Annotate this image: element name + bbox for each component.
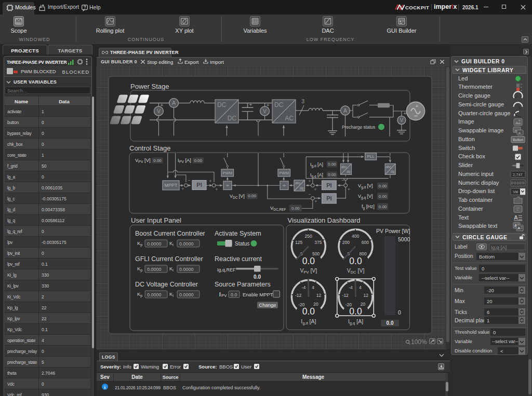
svg-text:0.0: 0.0 <box>231 292 237 297</box>
svg-text:V: V <box>400 117 403 123</box>
svg-text:DC Voltage Controller: DC Voltage Controller <box>135 281 198 288</box>
svg-text:0.0: 0.0 <box>302 306 315 317</box>
svg-text:0: 0 <box>398 309 401 316</box>
svg-text:Boost Current Controller: Boost Current Controller <box>135 230 205 237</box>
svg-text:0.0: 0.0 <box>349 306 362 317</box>
svg-text:dq: dq <box>300 186 304 190</box>
svg-text:5000: 5000 <box>398 236 410 242</box>
svg-text:PV: PV <box>221 293 227 298</box>
svg-text:-4: -4 <box>302 285 306 290</box>
svg-text:AC: AC <box>285 115 294 122</box>
svg-text:GFLI Current Controller: GFLI Current Controller <box>135 255 203 263</box>
svg-text:0.0: 0.0 <box>387 320 394 326</box>
svg-text:12: 12 <box>316 293 322 298</box>
svg-text:+: + <box>161 102 164 108</box>
svg-text:MPPT: MPPT <box>164 183 178 188</box>
svg-text:Status: Status <box>235 241 249 247</box>
svg-text:−: − <box>308 192 311 197</box>
svg-text:0.00: 0.00 <box>153 158 162 163</box>
svg-text:400: 400 <box>352 234 359 239</box>
svg-text:PI: PI <box>326 182 331 188</box>
svg-text:0.0: 0.0 <box>302 256 315 266</box>
svg-text:0.0000: 0.0000 <box>179 267 194 272</box>
svg-text:+: + <box>267 102 270 108</box>
svg-text:−: − <box>188 177 190 183</box>
svg-text:Enable MPPT: Enable MPPT <box>243 292 273 297</box>
svg-text:PWM: PWM <box>280 171 289 175</box>
svg-text:+: + <box>209 179 211 184</box>
svg-text:Val: Val <box>513 189 518 194</box>
svg-text:600: 600 <box>362 240 369 245</box>
svg-text:Precharge status: Precharge status <box>342 125 375 130</box>
svg-text:DC: DC <box>217 101 227 108</box>
svg-text:375: 375 <box>314 240 322 245</box>
svg-text:abc: abc <box>295 181 301 185</box>
svg-text:0.0: 0.0 <box>349 256 362 266</box>
svg-text:0.0000: 0.0000 <box>147 292 162 297</box>
svg-text:Button: Button <box>513 138 523 142</box>
svg-text:Visualization Dashboard: Visualization Dashboard <box>288 216 361 224</box>
svg-text:+: + <box>348 187 350 192</box>
svg-text:Source Parameters: Source Parameters <box>215 281 271 288</box>
svg-text:125: 125 <box>295 240 302 245</box>
svg-text:I: I <box>219 292 221 297</box>
svg-text:÷: ÷ <box>226 182 229 188</box>
svg-text:Reactive current: Reactive current <box>215 255 262 263</box>
svg-text:A: A <box>514 214 518 221</box>
svg-text:00000: 00000 <box>511 181 525 185</box>
svg-text:0.0000: 0.0000 <box>147 267 162 272</box>
svg-text:Ig,q,REF: Ig,q,REF <box>217 267 236 272</box>
svg-text:Control Stage: Control Stage <box>129 144 171 152</box>
svg-text:0.0: 0.0 <box>254 274 261 280</box>
svg-text:0.00: 0.00 <box>291 206 300 211</box>
svg-text:User Input Panel: User Input Panel <box>131 216 181 224</box>
svg-text:12: 12 <box>363 293 368 298</box>
svg-text:0.00: 0.00 <box>194 158 202 163</box>
svg-text:dq: dq <box>347 170 351 174</box>
svg-text:+: + <box>215 187 218 192</box>
svg-text:2,747: 2,747 <box>513 172 523 177</box>
svg-text:+: + <box>249 102 252 107</box>
svg-text:PLL: PLL <box>367 154 375 159</box>
svg-text:0.00: 0.00 <box>328 162 336 167</box>
svg-text:250: 250 <box>305 234 312 239</box>
svg-text:0.00: 0.00 <box>379 194 387 199</box>
svg-text:abc: abc <box>386 165 392 169</box>
svg-text:0.00: 0.00 <box>248 194 256 198</box>
svg-text:-4: -4 <box>349 285 353 290</box>
svg-text:+: + <box>314 187 316 192</box>
svg-text:PWM: PWM <box>223 171 232 175</box>
svg-text:0.00: 0.00 <box>379 204 387 209</box>
svg-text:200: 200 <box>342 240 350 245</box>
svg-text:-12: -12 <box>295 293 302 298</box>
svg-text:A: A <box>343 107 347 114</box>
svg-text:Power Stage: Power Stage <box>130 83 169 90</box>
svg-text:DC: DC <box>228 115 237 122</box>
svg-text:Change: Change <box>259 302 276 308</box>
svg-text:V: V <box>263 108 267 114</box>
svg-text:DC: DC <box>274 101 284 108</box>
svg-text:A: A <box>172 100 176 106</box>
svg-text:V: V <box>157 108 161 114</box>
svg-text:0.00: 0.00 <box>379 184 387 188</box>
svg-text:VPV [V]: VPV [V] <box>300 267 317 275</box>
svg-text:0.0000: 0.0000 <box>179 292 194 297</box>
svg-text:VPV [V]: VPV [V] <box>135 157 151 163</box>
svg-text:VDC [V]: VDC [V] <box>230 194 245 199</box>
svg-text:dq: dq <box>391 170 395 174</box>
svg-text:+: + <box>308 179 311 184</box>
svg-text:0.0000: 0.0000 <box>147 241 162 247</box>
svg-text:abc: abc <box>341 165 347 169</box>
svg-text:4: 4 <box>359 285 362 290</box>
svg-text:3: 3 <box>301 98 304 104</box>
svg-text:0.0000: 0.0000 <box>179 241 194 247</box>
svg-text:+: + <box>181 186 184 192</box>
svg-text:+: + <box>416 103 419 109</box>
svg-text:+: + <box>314 199 317 204</box>
svg-text:-12: -12 <box>342 293 349 298</box>
svg-text:0.00: 0.00 <box>328 172 336 177</box>
svg-text:PV Power [W]: PV Power [W] <box>376 228 410 234</box>
svg-text:Activate System: Activate System <box>215 230 261 237</box>
svg-text:÷: ÷ <box>283 182 286 188</box>
svg-text:4: 4 <box>312 285 314 290</box>
